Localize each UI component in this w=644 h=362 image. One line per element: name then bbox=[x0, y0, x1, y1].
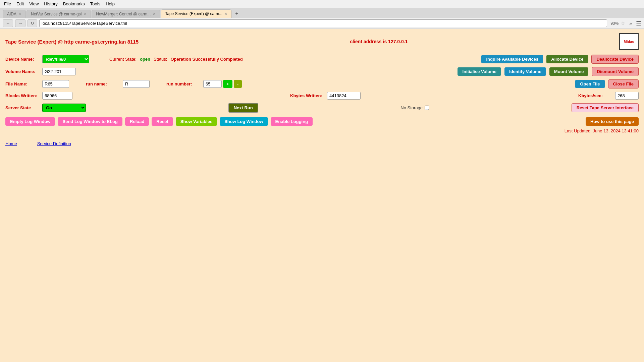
no-storage-label: No Storage bbox=[400, 105, 423, 110]
run-number-minus-button[interactable]: - bbox=[234, 80, 242, 88]
run-number-label: run number: bbox=[166, 81, 200, 86]
tab-netvar-close[interactable]: ✕ bbox=[84, 12, 87, 16]
status-value: Operation Successfully Completed bbox=[170, 57, 243, 62]
server-state-label: Server State bbox=[5, 105, 39, 110]
menu-file[interactable]: File bbox=[4, 1, 11, 6]
reload-button[interactable]: ↻ bbox=[28, 19, 37, 27]
page-title: Tape Service (Expert) @ http carme-gsi.c… bbox=[5, 39, 139, 45]
tab-tape-service-close[interactable]: ✕ bbox=[224, 12, 227, 16]
reset-tape-button[interactable]: Reset Tape Server Interface bbox=[572, 103, 639, 112]
tab-tape-service-label: Tape Service (Expert) @ carm... bbox=[165, 11, 222, 16]
forward-button[interactable]: → bbox=[15, 19, 25, 27]
enable-logging-button[interactable]: Enable Logging bbox=[271, 117, 313, 126]
no-storage-checkbox[interactable] bbox=[425, 106, 429, 110]
blocks-written-input[interactable] bbox=[42, 92, 72, 100]
current-state-label: Current State: bbox=[109, 57, 137, 62]
status-label: Status: bbox=[154, 57, 167, 62]
device-row: Device Name: /dev/file/0 Current State: … bbox=[5, 55, 639, 64]
tab-tape-service[interactable]: Tape Service (Expert) @ carm... ✕ bbox=[161, 9, 232, 18]
menu-bar: File Edit View History Bookmarks Tools H… bbox=[0, 0, 644, 8]
volume-name-input[interactable] bbox=[42, 68, 76, 75]
current-state-value: open bbox=[140, 57, 150, 62]
controls-grid: Device Name: /dev/file/0 Current State: … bbox=[5, 55, 639, 113]
server-state-select[interactable]: Go bbox=[42, 104, 86, 112]
how-to-use-button[interactable]: How to use this page bbox=[586, 117, 639, 126]
volume-row: Volume Name: Initialise Volume Identify … bbox=[5, 67, 639, 76]
run-number-controls: + - bbox=[203, 80, 242, 88]
menu-edit[interactable]: Edit bbox=[16, 1, 24, 6]
initialise-volume-button[interactable]: Initialise Volume bbox=[458, 67, 501, 76]
file-name-input[interactable] bbox=[42, 80, 69, 88]
tab-aida[interactable]: AIDA ✕ bbox=[3, 10, 26, 18]
volume-name-label: Volume Name: bbox=[5, 69, 39, 74]
device-name-label: Device Name: bbox=[5, 57, 39, 62]
last-updated: Last Updated: June 13, 2024 13:41:00 bbox=[5, 128, 639, 133]
divider bbox=[5, 137, 639, 137]
close-file-button[interactable]: Close File bbox=[608, 79, 639, 88]
no-storage-row: No Storage bbox=[400, 105, 429, 110]
tab-aida-label: AIDA bbox=[7, 12, 16, 16]
kbytes-sec-input[interactable] bbox=[615, 92, 639, 100]
menu-help[interactable]: Help bbox=[106, 1, 115, 6]
menu-bookmarks[interactable]: Bookmarks bbox=[63, 1, 85, 6]
device-name-select[interactable]: /dev/file/0 bbox=[42, 55, 89, 63]
reset-button[interactable]: Reset bbox=[152, 117, 173, 126]
send-log-button[interactable]: Send Log Window to ELog bbox=[58, 117, 122, 126]
tab-newmerger-close[interactable]: ✕ bbox=[153, 12, 156, 16]
run-name-label: run name: bbox=[86, 81, 119, 86]
page-title-row: Tape Service (Expert) @ http carme-gsi.c… bbox=[5, 33, 639, 50]
kbytes-written-input[interactable] bbox=[327, 92, 361, 100]
tab-newmerger-label: NewMerger: Control @ carm... bbox=[96, 12, 151, 16]
menu-view[interactable]: View bbox=[29, 1, 39, 6]
tab-netvar-label: NetVar Service @ carme-gsi bbox=[31, 12, 82, 16]
page-content: Tape Service (Expert) @ http carme-gsi.c… bbox=[0, 29, 644, 264]
logo: Midas bbox=[619, 33, 639, 50]
tab-add-button[interactable]: + bbox=[232, 10, 241, 17]
menu-tools[interactable]: Tools bbox=[90, 1, 100, 6]
empty-log-button[interactable]: Empty Log Window bbox=[5, 117, 55, 126]
show-variables-button[interactable]: Show Variables bbox=[176, 117, 217, 126]
tab-bar: AIDA ✕ NetVar Service @ carme-gsi ✕ NewM… bbox=[0, 8, 644, 18]
service-definition-link[interactable]: Service Definition bbox=[37, 141, 71, 146]
address-bar-row: ← → ↻ 90% ☆ » ☰ bbox=[0, 18, 644, 29]
inquire-devices-button[interactable]: Inquire Available Devices bbox=[481, 55, 543, 63]
client-address: client address is 127.0.0.1 bbox=[350, 39, 408, 44]
kbytes-sec-label: Kbytes/sec: bbox=[578, 93, 612, 98]
kbytes-written-label: Kbytes Written: bbox=[290, 93, 324, 98]
bookmark-icon[interactable]: ☆ bbox=[621, 20, 625, 26]
address-input[interactable] bbox=[39, 19, 607, 27]
mount-volume-button[interactable]: Mount Volume bbox=[549, 67, 589, 76]
menu-history[interactable]: History bbox=[44, 1, 57, 6]
zoom-label: 90% bbox=[610, 21, 619, 26]
open-file-button[interactable]: Open File bbox=[575, 80, 604, 88]
next-run-button[interactable]: Next Run bbox=[228, 103, 258, 113]
show-log-window-button[interactable]: Show Log Window bbox=[220, 117, 268, 126]
server-state-row: Server State Go Next Run No Storage Rese… bbox=[5, 103, 639, 113]
identify-volume-button[interactable]: Identify Volume bbox=[504, 67, 546, 76]
back-button[interactable]: ← bbox=[3, 19, 13, 27]
footer-links: Home Service Definition bbox=[5, 141, 639, 146]
file-name-label: File Name: bbox=[5, 81, 39, 86]
dismount-volume-button[interactable]: Dismount Volume bbox=[592, 67, 639, 76]
deallocate-device-button[interactable]: Deallocate Device bbox=[591, 55, 639, 64]
tab-netvar[interactable]: NetVar Service @ carme-gsi ✕ bbox=[26, 10, 91, 18]
tab-newmerger[interactable]: NewMerger: Control @ carm... ✕ bbox=[92, 10, 160, 18]
bottom-row: Empty Log Window Send Log Window to ELog… bbox=[5, 117, 639, 126]
run-number-input[interactable] bbox=[203, 80, 222, 88]
run-number-plus-button[interactable]: + bbox=[223, 80, 232, 88]
run-name-input[interactable] bbox=[123, 80, 150, 88]
home-link[interactable]: Home bbox=[5, 141, 17, 146]
file-row: File Name: run name: run number: + - Ope… bbox=[5, 79, 639, 88]
reload-page-button[interactable]: Reload bbox=[125, 117, 149, 126]
tab-aida-close[interactable]: ✕ bbox=[18, 12, 21, 16]
overflow-button[interactable]: » bbox=[627, 20, 634, 27]
blocks-row: Blocks Written: Kbytes Written: Kbytes/s… bbox=[5, 92, 639, 100]
allocate-device-button[interactable]: Allocate Device bbox=[546, 55, 588, 63]
blocks-written-label: Blocks Written: bbox=[5, 93, 39, 98]
browser-menu-button[interactable]: ☰ bbox=[636, 20, 641, 27]
